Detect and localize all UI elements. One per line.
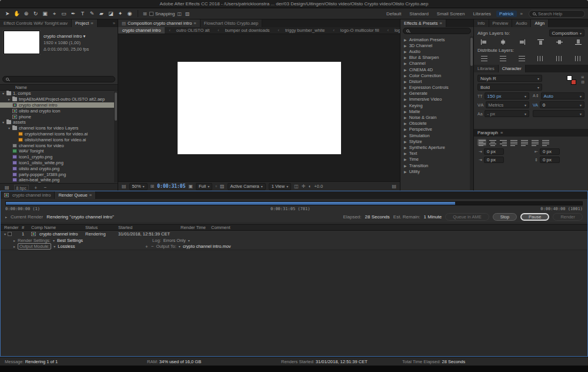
region-of-interest-icon[interactable]: ▫ xyxy=(215,184,217,189)
expander-icon[interactable]: ▶ xyxy=(404,68,407,72)
project-item[interactable]: icon1_crypto.png xyxy=(0,154,118,160)
column-number[interactable]: # xyxy=(22,225,31,230)
shape-tool[interactable]: ▭ xyxy=(59,9,68,19)
effects-category[interactable]: ▶ CINEMA 4D xyxy=(400,67,473,72)
effects-category[interactable]: ▶ Transition xyxy=(400,162,473,168)
puppet-pin-tool[interactable]: ◉ xyxy=(125,9,134,19)
effects-category[interactable]: ▶ Obsolete xyxy=(400,121,473,127)
output-to-value[interactable]: crypto channel intro.mov xyxy=(183,244,231,249)
align-button[interactable] xyxy=(499,39,507,45)
comp-flow-icon[interactable]: ▤ xyxy=(392,184,396,189)
expander-icon[interactable]: ▶ xyxy=(404,151,407,155)
log-value[interactable]: Errors Only xyxy=(163,238,186,243)
project-item[interactable]: WAV Tonight xyxy=(0,148,118,154)
scrollbar[interactable] xyxy=(114,91,118,182)
panel-tab[interactable]: Audio xyxy=(512,19,531,27)
align-to-select[interactable]: Composition ▾ xyxy=(549,29,584,36)
column-render[interactable]: Render xyxy=(1,225,22,230)
tab-overflow-icon[interactable]: » xyxy=(111,19,118,27)
snapshot-icon[interactable]: ▣ xyxy=(188,184,193,189)
brush-tool[interactable]: ✎ xyxy=(88,9,96,19)
panel-menu-icon[interactable]: ≡ xyxy=(89,192,92,198)
expander-icon[interactable]: ▶ xyxy=(404,127,407,131)
render-queue-item[interactable]: ▾ 1 crypto channel intro Rendering 31/01… xyxy=(1,231,587,237)
grid-options-icon[interactable]: ⊞ xyxy=(143,11,147,16)
first-line-indent-field[interactable]: 0 px xyxy=(484,157,504,163)
distribute-button[interactable] xyxy=(536,55,544,62)
workspace-button[interactable]: Small Screen xyxy=(434,11,468,17)
expander-icon[interactable]: ▶ xyxy=(404,55,407,59)
help-search-input[interactable] xyxy=(538,11,581,16)
column-comment[interactable]: Comment xyxy=(211,225,587,230)
effects-category[interactable]: ▶ Simulation xyxy=(400,132,473,138)
tab-render-queue[interactable]: Render Queue ≡ xyxy=(55,191,96,199)
panel-menu-icon[interactable]: ≡ xyxy=(500,130,503,135)
effects-category[interactable]: ▶ Keying xyxy=(400,102,473,108)
expander-icon[interactable]: ▾ xyxy=(2,120,6,124)
render-button[interactable]: Render xyxy=(553,213,583,221)
viewer-tab[interactable]: crypto channel intro xyxy=(118,27,165,34)
panel-menu-icon[interactable]: ≡ xyxy=(439,21,442,26)
project-columns-header[interactable]: Name xyxy=(0,84,118,91)
resolution-select[interactable]: Full ▾ xyxy=(196,183,212,190)
expander-icon[interactable]: ▾ xyxy=(2,91,6,95)
remove-output-icon[interactable]: − xyxy=(151,244,153,249)
effects-category[interactable]: ▶ Audio xyxy=(400,48,473,54)
interpret-footage-icon[interactable]: ▤ xyxy=(5,185,9,190)
paragraph-align-button[interactable] xyxy=(509,139,518,146)
tab-flowchart[interactable]: Flowchart Olisto Crypto.aep xyxy=(201,19,263,27)
project-item[interactable]: icon1_olisto_white.png xyxy=(0,160,118,166)
snap-option-icon[interactable]: ◫ xyxy=(178,11,182,16)
workspace-button[interactable]: Libraries xyxy=(470,11,494,17)
kerning-select[interactable]: Metrics ▾ xyxy=(486,101,529,108)
expander-icon[interactable]: ▶ xyxy=(404,140,407,144)
effects-category[interactable]: ▶ Channel xyxy=(400,61,473,67)
help-search[interactable] xyxy=(529,10,585,18)
project-item[interactable]: ▾ assets xyxy=(0,119,118,125)
tab-project[interactable]: Project ≡ xyxy=(72,19,98,27)
panel-menu-icon[interactable]: ≡ xyxy=(91,21,93,26)
stop-button[interactable]: Stop xyxy=(493,213,517,221)
panel-menu-icon[interactable]: ≡ xyxy=(193,21,196,26)
expander-icon[interactable]: ▶ xyxy=(404,134,407,138)
leading-select[interactable]: Auto ▾ xyxy=(541,92,584,99)
paragraph-panel-header[interactable]: Paragraph ≡ xyxy=(474,129,588,137)
effects-category[interactable]: ▶ Time xyxy=(400,157,473,162)
paragraph-align-button[interactable] xyxy=(477,139,486,146)
align-button[interactable] xyxy=(517,39,526,45)
dropdown-icon[interactable]: ▾ xyxy=(179,244,181,248)
workspace-button[interactable]: Default xyxy=(383,11,404,17)
camera-tool[interactable]: ▣ xyxy=(41,9,49,19)
expander-icon[interactable]: ▾ xyxy=(8,126,12,130)
project-item[interactable]: olisto and crypto icon xyxy=(0,108,118,114)
effects-category[interactable]: ▶ Text xyxy=(400,151,473,157)
composition-viewer[interactable] xyxy=(118,34,400,181)
project-item[interactable]: ▸ tmpAEtoAMEProject-outro OLISTO alt2.ae… xyxy=(0,97,118,102)
viewer-tab[interactable]: outro OLISTO alt xyxy=(165,27,213,34)
expander-icon[interactable]: ▶ xyxy=(404,170,407,174)
tab-effect-controls[interactable]: Effect Controls WAV Tonight.wav xyxy=(0,19,72,27)
scrollbar-thumb[interactable] xyxy=(470,38,473,66)
effects-category[interactable]: ▶ Utility xyxy=(400,168,473,174)
font-family-select[interactable]: Noyh R ▾ xyxy=(477,75,542,82)
expander-icon[interactable]: ▶ xyxy=(404,85,407,89)
panel-tab[interactable]: Character xyxy=(499,65,526,72)
align-button[interactable] xyxy=(480,39,488,45)
project-item[interactable]: phone xyxy=(0,114,118,119)
distribute-button[interactable] xyxy=(499,55,507,62)
font-style-select[interactable]: Bold ▾ xyxy=(477,84,542,91)
effects-category[interactable]: ▶ Expression Controls xyxy=(400,85,473,91)
snapping-toggle[interactable]: Snapping xyxy=(149,11,175,16)
panel-tab[interactable]: Info xyxy=(474,19,489,27)
effects-category[interactable]: ▶ Stylize xyxy=(400,138,473,144)
expander-icon[interactable]: ▶ xyxy=(404,115,407,119)
effects-category[interactable]: ▶ Matte xyxy=(400,108,473,114)
indent-left-field[interactable]: 0 px xyxy=(484,148,504,155)
tab-effects-presets[interactable]: Effects & Presets ≡ xyxy=(400,19,446,27)
scrollbar[interactable] xyxy=(470,36,473,190)
project-item[interactable]: crypto/channel icons for video.ai xyxy=(0,131,118,137)
column-comp-name[interactable]: Comp Name xyxy=(31,225,85,230)
swap-colors-icon[interactable]: ⊞ xyxy=(581,75,584,79)
effects-category[interactable]: ▶ Distort xyxy=(400,78,473,84)
expander-icon[interactable]: ▶ xyxy=(404,109,407,114)
